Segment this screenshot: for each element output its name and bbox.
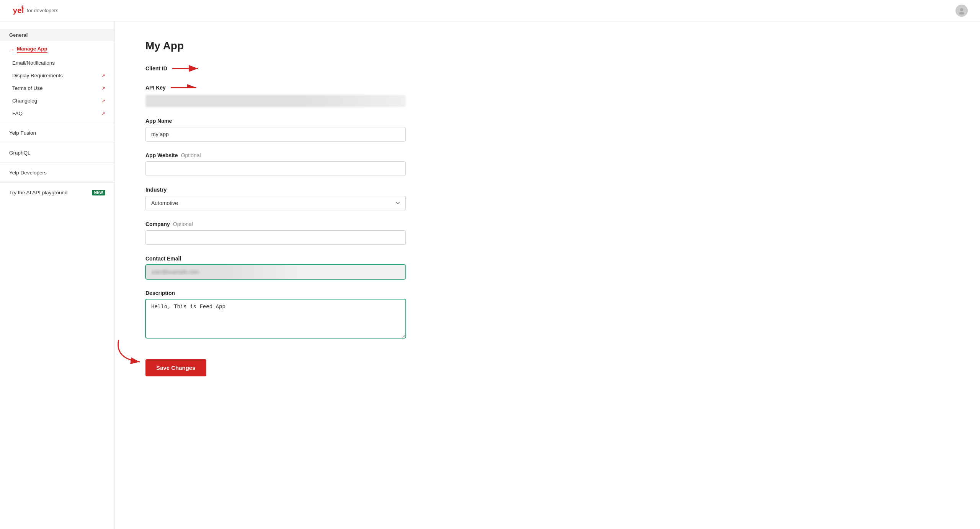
app-website-group: App Website Optional bbox=[145, 152, 429, 176]
page-layout: General → Manage App Email/Notifications… bbox=[0, 21, 980, 529]
sidebar-arrow-icon: → bbox=[9, 47, 15, 53]
sidebar-divider-4 bbox=[0, 182, 114, 183]
svg-point-2 bbox=[960, 8, 963, 11]
page-title: My App bbox=[145, 40, 429, 52]
faq-label: FAQ bbox=[12, 111, 23, 116]
display-requirements-label: Display Requirements bbox=[12, 73, 63, 78]
manage-app-label: Manage App bbox=[17, 46, 47, 53]
save-changes-button[interactable]: Save Changes bbox=[145, 359, 206, 376]
company-label: Company Optional bbox=[145, 221, 429, 227]
yelp-burst-icon: yelp ✳ bbox=[12, 5, 24, 17]
contact-email-label: Contact Email bbox=[145, 256, 429, 262]
company-optional: Optional bbox=[173, 221, 193, 227]
sidebar-item-manage-app[interactable]: → Manage App bbox=[0, 42, 114, 57]
sidebar-item-yelp-developers[interactable]: Yelp Developers bbox=[0, 166, 114, 179]
external-link-icon: ↗ bbox=[101, 98, 105, 104]
sidebar-item-display-requirements[interactable]: Display Requirements ↗ bbox=[0, 69, 114, 82]
yelp-fusion-label: Yelp Fusion bbox=[9, 130, 36, 136]
sidebar-item-changelog[interactable]: Changelog ↗ bbox=[0, 94, 114, 107]
app-website-optional: Optional bbox=[181, 152, 201, 158]
description-group: Description Hello, This is Feed App bbox=[145, 290, 429, 339]
svg-point-3 bbox=[959, 12, 964, 15]
client-id-label: Client ID bbox=[145, 64, 429, 73]
description-textarea[interactable]: Hello, This is Feed App bbox=[145, 299, 406, 338]
client-id-group: Client ID bbox=[145, 64, 429, 73]
contact-email-input[interactable] bbox=[145, 265, 406, 279]
save-arrow-annotation bbox=[111, 336, 149, 366]
new-badge: New bbox=[92, 190, 105, 195]
external-link-icon: ↗ bbox=[101, 73, 105, 78]
sidebar-general-section: General → Manage App Email/Notifications… bbox=[0, 29, 114, 120]
industry-label: Industry bbox=[145, 187, 429, 193]
header-tagline: for developers bbox=[27, 8, 58, 13]
graphql-label: GraphQL bbox=[9, 150, 31, 156]
header-logo-area: yelp ✳ for developers bbox=[12, 5, 58, 17]
company-input[interactable] bbox=[145, 230, 406, 245]
api-key-value bbox=[145, 95, 406, 107]
api-key-label: API Key bbox=[145, 83, 429, 92]
external-link-icon: ↗ bbox=[101, 111, 105, 116]
sidebar-divider-3 bbox=[0, 163, 114, 163]
description-label: Description bbox=[145, 290, 429, 296]
sidebar-item-graphql[interactable]: GraphQL bbox=[0, 146, 114, 160]
terms-of-use-label: Terms of Use bbox=[12, 85, 43, 91]
company-group: Company Optional bbox=[145, 221, 429, 245]
sidebar-item-terms-of-use[interactable]: Terms of Use ↗ bbox=[0, 82, 114, 94]
yelp-logo: yelp ✳ for developers bbox=[12, 5, 58, 17]
app-name-label: App Name bbox=[145, 118, 429, 124]
sidebar-general-label: General bbox=[0, 29, 114, 41]
contact-email-group: Contact Email bbox=[145, 256, 429, 279]
api-key-arrow bbox=[169, 83, 199, 92]
sidebar-item-yelp-fusion[interactable]: Yelp Fusion bbox=[0, 126, 114, 140]
app-website-label: App Website Optional bbox=[145, 152, 429, 158]
header: yelp ✳ for developers bbox=[0, 0, 980, 21]
sidebar: General → Manage App Email/Notifications… bbox=[0, 21, 115, 529]
client-id-arrow bbox=[170, 64, 201, 73]
main-content: My App Client ID API Key bbox=[115, 21, 459, 529]
save-area: Save Changes bbox=[145, 353, 206, 376]
sidebar-item-email-notifications[interactable]: Email/Notifications bbox=[0, 57, 114, 69]
changelog-label: Changelog bbox=[12, 98, 37, 104]
ai-playground-label: Try the AI API playground bbox=[9, 190, 68, 195]
external-link-icon: ↗ bbox=[101, 86, 105, 91]
app-name-input[interactable] bbox=[145, 127, 406, 142]
sidebar-divider-2 bbox=[0, 143, 114, 143]
app-website-input[interactable] bbox=[145, 161, 406, 176]
yelp-developers-label: Yelp Developers bbox=[9, 170, 47, 176]
industry-select[interactable]: Automotive Technology Food & Beverage He… bbox=[145, 196, 406, 210]
sidebar-divider-1 bbox=[0, 123, 114, 123]
sidebar-item-ai-playground[interactable]: Try the AI API playground New bbox=[0, 186, 114, 199]
svg-text:✳: ✳ bbox=[20, 5, 24, 10]
app-name-group: App Name bbox=[145, 118, 429, 142]
api-key-group: API Key bbox=[145, 83, 429, 107]
sidebar-item-faq[interactable]: FAQ ↗ bbox=[0, 107, 114, 120]
user-avatar[interactable] bbox=[956, 5, 968, 17]
email-notifications-label: Email/Notifications bbox=[12, 60, 55, 66]
industry-group: Industry Automotive Technology Food & Be… bbox=[145, 187, 429, 210]
